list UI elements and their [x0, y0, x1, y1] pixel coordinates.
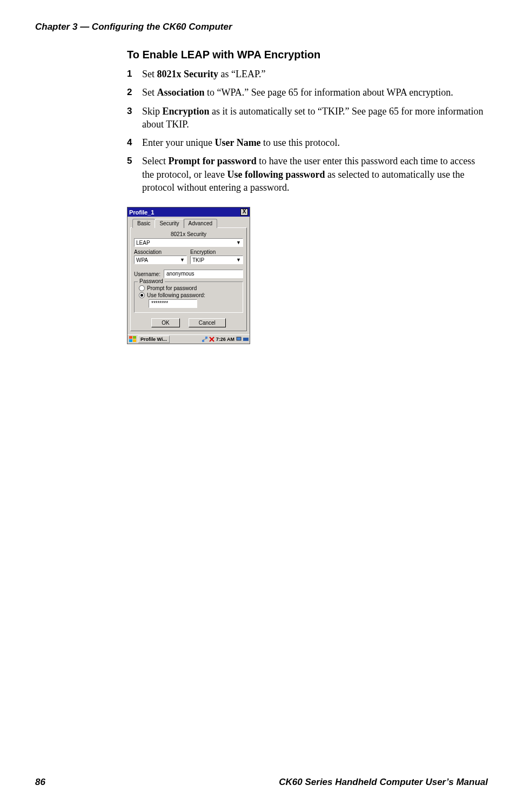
svg-rect-1	[205, 337, 207, 339]
step-3: Skip Encryption as it is automatically s…	[127, 105, 484, 131]
start-icon[interactable]	[129, 335, 136, 343]
step-5: Select Prompt for password to have the u…	[127, 155, 484, 194]
window-title: Profile_1	[129, 209, 154, 216]
page-footer: 86 CK60 Series Handheld Computer User’s …	[35, 777, 488, 788]
svg-line-2	[203, 339, 206, 340]
radio-prompt-password[interactable]: Prompt for password	[139, 285, 238, 291]
step-4: Enter your unique User Name to use this …	[127, 136, 484, 149]
password-group-title: Password	[138, 278, 165, 284]
encryption-value: TKIP	[192, 257, 204, 263]
security-combo[interactable]: LEAP ▼	[134, 238, 243, 247]
username-input[interactable]: anonymous	[164, 270, 243, 278]
tab-security[interactable]: Security	[155, 219, 184, 228]
profile-window: Profile_1 X Basic Security Advanced 8021…	[127, 207, 250, 344]
wifi-off-icon[interactable]	[209, 337, 214, 342]
radio-use-following[interactable]: Use following password:	[139, 292, 238, 298]
manual-title: CK60 Series Handheld Computer User’s Man…	[279, 777, 488, 788]
bold-user-name: User Name	[214, 137, 260, 148]
chevron-down-icon: ▼	[180, 257, 185, 263]
cancel-button[interactable]: Cancel	[189, 318, 226, 327]
embedded-screenshot: Profile_1 X Basic Security Advanced 8021…	[127, 207, 484, 344]
svg-rect-0	[202, 340, 204, 342]
step-1: Set 8021x Security as “LEAP.”	[127, 68, 484, 80]
security-tab-pane: 8021x Security LEAP ▼ Association WPA ▼	[130, 227, 247, 331]
username-label: Username:	[134, 271, 160, 277]
encryption-label: Encryption	[190, 249, 243, 255]
section-title: To Enable LEAP with WPA Encryption	[127, 49, 484, 61]
association-label: Association	[134, 249, 187, 255]
bold-prompt-for-password: Prompt for password	[168, 156, 256, 166]
taskbar-app[interactable]: Profile Wi...	[138, 335, 170, 343]
tab-strip: Basic Security Advanced	[132, 219, 247, 228]
bold-encryption: Encryption	[163, 106, 210, 117]
content-area: To Enable LEAP with WPA Encryption Set 8…	[127, 49, 484, 344]
bold-association: Association	[157, 87, 205, 98]
taskbar: Profile Wi... 7:26 AM	[128, 334, 250, 344]
step-2: Set Association to “WPA.” See page 65 fo…	[127, 86, 484, 99]
security-label: 8021x Security	[134, 231, 243, 237]
network-icon[interactable]	[202, 337, 207, 342]
password-groupbox: Password Prompt for password Use followi…	[134, 281, 243, 313]
bold-use-following-password: Use following password	[227, 169, 325, 180]
svg-rect-6	[243, 338, 249, 341]
page-number: 86	[35, 777, 45, 788]
window-body: Basic Security Advanced 8021x Security L…	[128, 217, 250, 334]
bold-8021x-security: 8021x Security	[157, 69, 218, 79]
radio-prompt-label: Prompt for password	[147, 285, 197, 291]
close-button[interactable]: X	[240, 209, 248, 216]
password-input[interactable]: ********	[149, 299, 197, 308]
steps-list: Set 8021x Security as “LEAP.” Set Associ…	[127, 68, 484, 194]
keyboard-icon[interactable]	[243, 337, 249, 342]
page-header: Chapter 3 — Configuring the CK60 Compute…	[35, 22, 232, 32]
ok-button[interactable]: OK	[151, 318, 179, 327]
system-tray: 7:26 AM	[202, 337, 249, 342]
radio-icon	[139, 292, 145, 298]
security-value: LEAP	[136, 240, 150, 246]
clock: 7:26 AM	[216, 337, 234, 342]
desktop-icon[interactable]	[236, 337, 242, 342]
radio-icon	[139, 285, 145, 291]
association-combo[interactable]: WPA ▼	[134, 256, 187, 264]
association-value: WPA	[136, 257, 148, 263]
encryption-combo[interactable]: TKIP ▼	[190, 256, 243, 264]
tab-advanced[interactable]: Advanced	[184, 219, 217, 228]
svg-rect-5	[237, 337, 241, 340]
chevron-down-icon: ▼	[236, 240, 241, 245]
chevron-down-icon: ▼	[236, 257, 241, 263]
tab-basic[interactable]: Basic	[132, 219, 155, 228]
radio-use-label: Use following password:	[147, 292, 205, 298]
window-titlebar[interactable]: Profile_1 X	[128, 207, 250, 217]
